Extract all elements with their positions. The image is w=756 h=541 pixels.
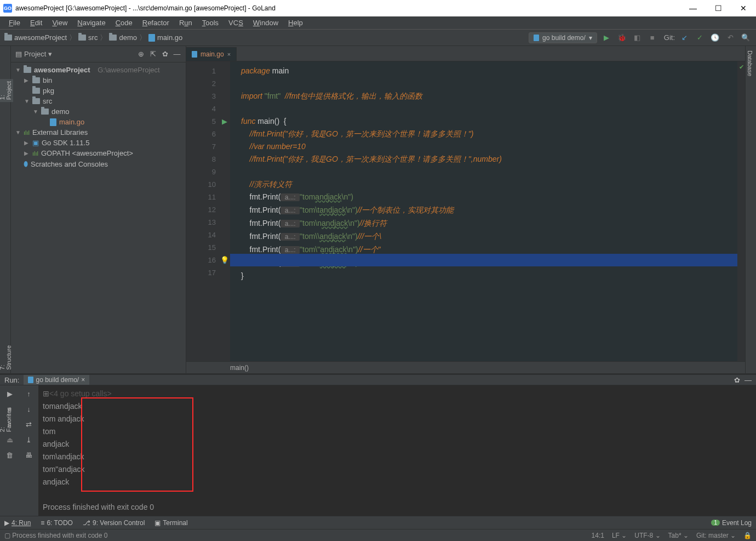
intention-bulb-icon[interactable]: 💡 — [220, 256, 229, 264]
breadcrumb-demo[interactable]: demo〉 — [109, 33, 146, 43]
run-tool-window: Run: go build demo/ × ✿ — ▶ ■ ⏸ ⏏ 🗑 ↑ ↓ — [0, 373, 756, 516]
project-tool-icon: ▤ — [15, 50, 22, 58]
hide-button[interactable]: — — [744, 376, 752, 384]
down-icon[interactable]: ↓ — [23, 403, 35, 415]
tree-gopath[interactable]: ▶ılılGOPATH <awesomeProject> — [11, 148, 186, 158]
debug-button[interactable]: 🐞 — [616, 32, 628, 44]
indent-info[interactable]: Tab* ⌄ — [668, 532, 689, 539]
tab-version-control[interactable]: ⎇ 9: Version Control — [83, 519, 145, 527]
chevron-down-icon[interactable]: ▾ — [48, 50, 52, 58]
console-line: andjack — [43, 476, 752, 488]
scroll-from-source-icon[interactable]: ⊕ — [136, 50, 145, 58]
tab-label: main.go — [201, 50, 224, 58]
run-gutter-icon[interactable]: ▶ — [222, 117, 227, 126]
menu-vcs[interactable]: VCS — [224, 18, 248, 28]
close-tab-icon[interactable]: × — [227, 51, 231, 58]
inspection-ok-icon: ✔ — [739, 64, 744, 71]
git-branch[interactable]: Git: master ⌄ — [696, 532, 736, 539]
scroll-end-icon[interactable]: ⤓ — [23, 434, 35, 446]
coverage-button[interactable]: ◧ — [631, 32, 643, 44]
sdk-icon: ▣ — [32, 139, 39, 147]
tab-terminal[interactable]: ▣ Terminal — [154, 519, 187, 527]
file-encoding[interactable]: UTF-8 ⌄ — [634, 532, 660, 539]
maximize-button[interactable]: ☐ — [706, 0, 731, 16]
settings-icon[interactable]: ✿ — [734, 376, 740, 384]
tree-bin[interactable]: ▶bin — [11, 75, 186, 86]
code-area[interactable]: package main import "fmt" //fmt包中提供格式化，输… — [230, 61, 737, 361]
code-editor[interactable]: 1234567891011121314151617 ▶ 💡 package ma… — [186, 61, 745, 361]
vcs-revert-button[interactable]: ↶ — [724, 32, 736, 44]
editor-breadcrumb[interactable]: main() — [186, 361, 745, 373]
close-button[interactable]: ✕ — [731, 0, 756, 16]
tree-demo[interactable]: ▼demo — [11, 106, 186, 117]
tree-scratches[interactable]: ⬮Scratches and Consoles — [11, 158, 186, 169]
tree-project-root[interactable]: ▼awesomeProject G:\awesomeProject — [11, 65, 186, 75]
line-gutter: 1234567891011121314151617 — [186, 61, 219, 361]
tree-src[interactable]: ▼src — [11, 96, 186, 106]
console-line: tom andjack — [43, 413, 752, 425]
run-button[interactable]: ▶ — [600, 32, 612, 44]
menu-run[interactable]: Run — [175, 18, 197, 28]
status-message: ▢ Process finished with exit code 0 — [4, 532, 107, 539]
trash-icon[interactable]: 🗑 — [4, 449, 16, 461]
lock-icon[interactable]: 🔒 — [743, 532, 752, 539]
menu-tools[interactable]: Tools — [198, 18, 223, 28]
folder-icon — [4, 35, 12, 41]
menu-window[interactable]: Window — [249, 18, 283, 28]
rerun-button[interactable]: ▶ — [4, 388, 16, 400]
tab-project[interactable]: 1: Project — [0, 79, 13, 102]
menu-navigate[interactable]: Navigate — [73, 18, 110, 28]
exit-button[interactable]: ⏏ — [4, 434, 16, 446]
menu-refactor[interactable]: Refactor — [138, 18, 174, 28]
library-icon: ılıl — [24, 129, 30, 136]
folder-icon — [78, 35, 86, 41]
stop-button[interactable]: ■ — [646, 32, 658, 44]
run-config-selector[interactable]: go build demo/ ▾ — [529, 32, 597, 43]
folder-icon — [24, 67, 31, 73]
console-line: andjack — [43, 438, 752, 451]
go-file-icon — [148, 34, 155, 42]
close-icon[interactable]: × — [81, 376, 85, 384]
run-tab[interactable]: go build demo/ × — [24, 375, 89, 385]
print-icon[interactable]: 🖶 — [23, 449, 35, 461]
event-log[interactable]: 1 Event Log — [711, 519, 752, 527]
toolbar: awesomeProject〉 src〉 demo〉 main.go go bu… — [0, 30, 756, 46]
vcs-update-button[interactable]: ↙ — [678, 32, 690, 44]
tree-pkg[interactable]: pkg — [11, 86, 186, 96]
tab-todo[interactable]: ≡ 6: TODO — [41, 519, 73, 527]
breadcrumb-src[interactable]: src〉 — [78, 33, 107, 43]
tab-database[interactable]: Database — [746, 46, 754, 81]
tree-main-go[interactable]: main.go — [11, 117, 186, 127]
soft-wrap-icon[interactable]: ⇄ — [23, 418, 35, 430]
breadcrumb-root[interactable]: awesomeProject〉 — [4, 33, 76, 43]
menu-code[interactable]: Code — [111, 18, 137, 28]
collapse-all-icon[interactable]: ⇱ — [148, 50, 157, 58]
expand-icon[interactable]: ⊞ — [43, 389, 49, 398]
tab-run[interactable]: ▶ 4: Run — [4, 519, 31, 527]
menu-edit[interactable]: Edit — [26, 18, 47, 28]
right-tool-strip: Database — [745, 46, 756, 373]
caret-position[interactable]: 14:1 — [592, 532, 604, 539]
console-output[interactable]: ⊞<4 go setup calls> tomandjack tom andja… — [38, 385, 756, 516]
tree-go-sdk[interactable]: ▶▣Go SDK 1.11.5 — [11, 138, 186, 148]
menu-file[interactable]: File — [4, 18, 25, 28]
menu-view[interactable]: View — [48, 18, 72, 28]
menubar: File Edit View Navigate Code Refactor Ru… — [0, 16, 756, 30]
line-separator[interactable]: LF ⌄ — [612, 532, 627, 539]
vcs-commit-button[interactable]: ✓ — [694, 32, 706, 44]
search-everywhere-button[interactable]: 🔍 — [740, 32, 752, 44]
tab-main-go[interactable]: main.go × — [186, 47, 237, 61]
hide-button[interactable]: — — [173, 50, 181, 58]
up-icon[interactable]: ↑ — [23, 388, 35, 400]
gutter-marks: ▶ 💡 — [219, 61, 230, 361]
minimize-button[interactable]: — — [680, 0, 706, 16]
settings-icon[interactable]: ✿ — [161, 50, 169, 58]
breadcrumb-file[interactable]: main.go — [148, 33, 182, 42]
menu-help[interactable]: Help — [284, 18, 307, 28]
vcs-history-button[interactable]: 🕓 — [709, 32, 721, 44]
tree-external-libs[interactable]: ▼ılılExternal Libraries — [11, 127, 186, 138]
editor-map[interactable]: ✔ — [737, 61, 745, 361]
project-tree[interactable]: ▼awesomeProject G:\awesomeProject ▶bin p… — [11, 62, 186, 373]
tab-favorites[interactable]: 2: Favorites — [0, 405, 13, 434]
tab-structure[interactable]: 7: Structure — [0, 343, 13, 372]
